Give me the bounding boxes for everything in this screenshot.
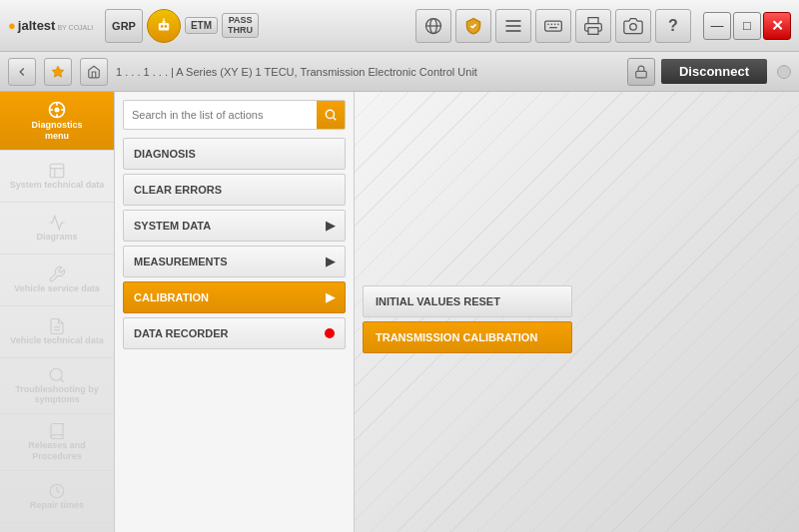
data-recorder-dot <box>325 328 335 338</box>
shield-icon <box>463 16 483 36</box>
sidebar-vehicle-technical-label: Vehicle technical data <box>10 335 104 346</box>
robot-icon-button[interactable] <box>147 9 181 43</box>
svg-rect-28 <box>50 164 64 178</box>
list-icon <box>503 16 523 36</box>
sidebar-repair-times-label: Repair times <box>30 500 84 511</box>
troubleshooting-icon <box>48 366 66 384</box>
pass-thru-button[interactable]: PASS THRU <box>222 13 259 39</box>
logo-sub: BY COJALI <box>57 24 93 31</box>
main-content: Diagnosticsmenu System technical data Di… <box>0 92 799 532</box>
toolbar-icon-group: ? <box>415 9 691 43</box>
svg-marker-20 <box>52 66 64 77</box>
camera-icon-button[interactable] <box>615 9 651 43</box>
sub-actions-list: INITIAL VALUES RESET TRANSMISSION CALIBR… <box>363 285 572 353</box>
globe-icon <box>423 16 443 36</box>
actions-panel: DIAGNOSIS CLEAR ERRORS SYSTEM DATA ▶ MEA… <box>115 92 355 532</box>
print-icon-button[interactable] <box>575 9 611 43</box>
minimize-button[interactable]: — <box>703 12 731 40</box>
sidebar-item-system-technical-data[interactable]: System technical data <box>0 151 114 203</box>
sidebar-item-vehicle-technical-data[interactable]: Vehicle technical data <box>0 306 114 358</box>
svg-line-34 <box>60 378 63 381</box>
status-indicator <box>777 65 791 79</box>
shield-icon-button[interactable] <box>455 9 491 43</box>
system-data-arrow: ▶ <box>326 219 335 233</box>
action-item-diagnosis[interactable]: DIAGNOSIS <box>123 138 346 170</box>
repair-times-icon <box>48 482 66 500</box>
svg-point-19 <box>630 23 637 30</box>
close-button[interactable]: ✕ <box>763 12 791 40</box>
home-button[interactable] <box>80 58 108 86</box>
sub-action-transmission-calibration[interactable]: TRANSMISSION CALIBRATION <box>363 321 572 353</box>
logo-text: jaltest <box>18 18 56 33</box>
print-icon <box>583 16 603 36</box>
measurements-arrow: ▶ <box>326 255 335 268</box>
back-icon <box>15 65 29 79</box>
lock-icon-button[interactable] <box>627 58 655 86</box>
home-icon <box>87 65 101 79</box>
action-item-clear-errors[interactable]: CLEAR ERRORS <box>123 174 346 206</box>
sidebar: Diagnosticsmenu System technical data Di… <box>0 92 115 532</box>
calibration-arrow: ▶ <box>326 290 335 304</box>
vehicle-service-icon <box>48 266 66 283</box>
sidebar-system-label: System technical data <box>10 180 105 191</box>
sub-panel-wrapper: INITIAL VALUES RESET TRANSMISSION CALIBR… <box>355 92 799 532</box>
sub-action-initial-values-reset[interactable]: INITIAL VALUES RESET <box>363 285 572 317</box>
keyboard-icon <box>543 16 563 36</box>
sidebar-troubleshooting-label: Troubleshooting by symptoms <box>4 384 110 406</box>
sidebar-diagnostics-label: Diagnosticsmenu <box>31 120 82 142</box>
sidebar-releases-label: Releases and Procedures <box>4 440 110 462</box>
svg-point-23 <box>55 108 60 113</box>
search-input[interactable] <box>124 104 317 126</box>
breadcrumb-bar: 1 . . . 1 . . . | A Series (XY E) 1 TECU… <box>0 52 799 92</box>
svg-point-36 <box>326 110 334 118</box>
sidebar-item-troubleshooting[interactable]: Troubleshooting by symptoms <box>0 358 114 415</box>
vehicle-technical-icon <box>48 317 66 335</box>
sidebar-item-diagrams[interactable]: Diagrams <box>0 203 114 255</box>
disconnect-button[interactable]: Disconnect <box>661 59 767 84</box>
help-icon-button[interactable]: ? <box>655 9 691 43</box>
etm-button[interactable]: ETM <box>185 17 218 34</box>
svg-rect-1 <box>161 25 163 27</box>
globe-icon-button[interactable] <box>415 9 451 43</box>
keyboard-icon-button[interactable] <box>535 9 571 43</box>
search-button[interactable] <box>317 101 345 129</box>
star-icon <box>51 65 65 79</box>
top-toolbar: ● jaltest BY COJALI GRP ETM PASS THRU <box>0 0 799 52</box>
svg-rect-18 <box>588 27 598 34</box>
sidebar-diagrams-label: Diagrams <box>36 232 77 243</box>
list-icon-button[interactable] <box>495 9 531 43</box>
back-button[interactable] <box>8 58 36 86</box>
window-controls: — □ ✕ <box>703 12 791 40</box>
action-item-measurements[interactable]: MEASUREMENTS ▶ <box>123 246 346 277</box>
logo-dot: ● <box>8 18 16 33</box>
lock-icon <box>634 65 648 79</box>
svg-line-37 <box>334 118 337 121</box>
system-data-icon <box>48 162 66 180</box>
restore-button[interactable]: □ <box>733 12 761 40</box>
sidebar-vehicle-service-label: Vehicle service data <box>14 283 100 294</box>
svg-rect-12 <box>545 21 562 31</box>
sidebar-item-vehicle-service-data[interactable]: Vehicle service data <box>0 255 114 306</box>
help-icon: ? <box>668 17 678 35</box>
camera-icon <box>623 16 643 36</box>
releases-icon <box>48 422 66 440</box>
robot-icon <box>155 17 173 35</box>
search-container <box>123 100 346 130</box>
svg-rect-3 <box>162 20 165 23</box>
logo-area: ● jaltest BY COJALI <box>8 18 93 33</box>
favorite-button[interactable] <box>44 58 72 86</box>
sidebar-item-repair-times[interactable]: Repair times <box>0 471 114 523</box>
breadcrumb: 1 . . . 1 . . . | A Series (XY E) 1 TECU… <box>116 66 619 78</box>
diagrams-icon <box>48 214 66 232</box>
svg-point-33 <box>50 368 62 380</box>
svg-rect-2 <box>165 25 167 27</box>
grp-button[interactable]: GRP <box>105 9 143 43</box>
action-item-calibration[interactable]: CALIBRATION ▶ <box>123 281 346 313</box>
svg-point-5 <box>163 18 165 20</box>
diagnostics-icon <box>47 100 67 120</box>
action-item-system-data[interactable]: SYSTEM DATA ▶ <box>123 210 346 242</box>
sidebar-item-diagnostics-menu[interactable]: Diagnosticsmenu <box>0 92 114 151</box>
action-item-data-recorder[interactable]: DATA RECORDER <box>123 317 346 349</box>
svg-rect-21 <box>636 71 647 77</box>
sidebar-item-releases[interactable]: Releases and Procedures <box>0 414 114 471</box>
